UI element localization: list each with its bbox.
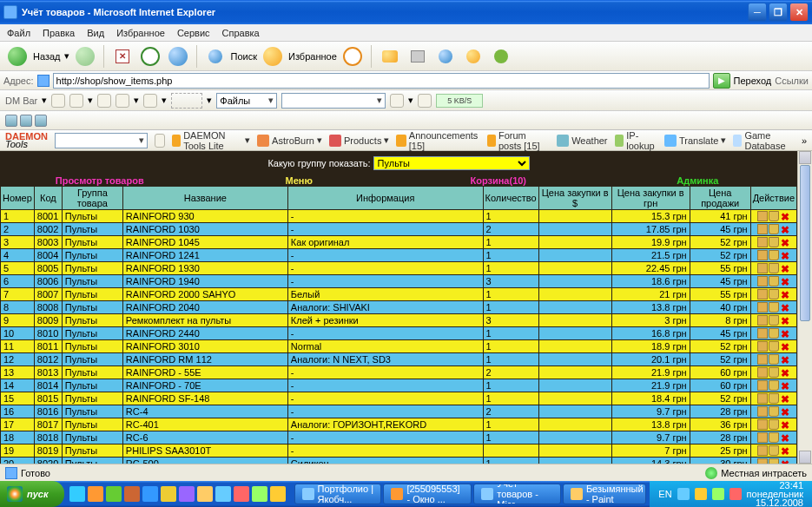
tab-admin[interactable]: Админка	[598, 175, 798, 186]
go-label[interactable]: Переход	[734, 76, 772, 86]
task-1[interactable]: Портфолио | Якобч...	[294, 484, 382, 504]
daemon-weather[interactable]: Weather	[557, 135, 607, 147]
dm-btn-1[interactable]	[51, 94, 65, 108]
ql-12-icon[interactable]	[270, 486, 286, 502]
menu-help[interactable]: Справка	[222, 28, 260, 38]
cart-icon[interactable]	[769, 458, 779, 464]
dm-btn-2[interactable]	[69, 94, 83, 108]
discuss-button[interactable]	[461, 44, 485, 69]
cart-icon[interactable]	[769, 237, 779, 247]
close-button[interactable]: ✕	[789, 3, 809, 22]
mail-button[interactable]	[378, 44, 402, 69]
edit-icon[interactable]	[757, 458, 768, 464]
vertical-scrollbar[interactable]	[797, 151, 812, 464]
delete-icon[interactable]: ✖	[780, 328, 790, 339]
mini-btn-2[interactable]	[20, 115, 32, 127]
delete-icon[interactable]: ✖	[780, 315, 790, 326]
menu-tools[interactable]: Сервис	[177, 28, 210, 38]
dm-combo-2[interactable]	[281, 93, 386, 109]
scroll-down-icon[interactable]	[799, 451, 811, 464]
dm-btn-7[interactable]	[418, 94, 432, 108]
daemon-lite[interactable]: DAEMON Tools Lite▾	[172, 130, 250, 151]
delete-icon[interactable]: ✖	[780, 302, 790, 313]
delete-icon[interactable]: ✖	[780, 224, 790, 234]
delete-icon[interactable]: ✖	[780, 237, 790, 247]
files-combo[interactable]: Файлы	[216, 93, 277, 109]
ql-2-icon[interactable]	[88, 486, 103, 502]
cart-icon[interactable]	[769, 289, 779, 300]
scroll-up-icon[interactable]	[799, 151, 811, 164]
tray-icon-1[interactable]	[677, 488, 690, 500]
cart-icon[interactable]	[769, 419, 779, 430]
ql-7-icon[interactable]	[179, 486, 195, 502]
edit-icon[interactable]	[757, 445, 768, 456]
cart-icon[interactable]	[769, 341, 779, 352]
links-label[interactable]: Ссылки	[775, 76, 809, 86]
address-input[interactable]	[53, 73, 710, 89]
delete-icon[interactable]: ✖	[780, 367, 790, 378]
edit-icon[interactable]	[757, 224, 768, 234]
refresh-button[interactable]	[138, 44, 162, 69]
edit-icon[interactable]	[757, 237, 768, 247]
back-label[interactable]: Назад	[33, 51, 61, 62]
ql-6-icon[interactable]	[161, 486, 176, 502]
edit-icon[interactable]	[757, 289, 768, 300]
delete-icon[interactable]: ✖	[780, 432, 790, 443]
forward-button[interactable]	[73, 44, 97, 69]
delete-icon[interactable]: ✖	[780, 393, 790, 404]
lang-indicator[interactable]: EN	[658, 489, 671, 499]
tab-cart[interactable]: Корзина(10)	[399, 175, 598, 186]
cart-icon[interactable]	[769, 354, 779, 365]
ql-4-icon[interactable]	[124, 486, 140, 502]
maximize-button[interactable]: ❐	[769, 3, 788, 22]
edit-button[interactable]	[433, 44, 458, 69]
tray-icon-4[interactable]	[729, 488, 742, 500]
cart-icon[interactable]	[769, 367, 779, 378]
daemon-search-btn[interactable]	[155, 134, 165, 148]
cart-icon[interactable]	[769, 224, 779, 234]
tab-view[interactable]: Просмотр товаров	[0, 175, 200, 186]
delete-icon[interactable]: ✖	[780, 419, 790, 430]
home-button[interactable]	[166, 44, 190, 69]
menu-favorites[interactable]: Избранное	[116, 28, 165, 38]
tab-menu[interactable]: Меню	[200, 175, 399, 186]
ql-5-icon[interactable]	[142, 486, 158, 502]
delete-icon[interactable]: ✖	[780, 250, 790, 260]
delete-icon[interactable]: ✖	[780, 445, 790, 456]
cart-icon[interactable]	[769, 315, 779, 326]
daemon-announcements[interactable]: Announcements [15]	[396, 130, 480, 151]
scroll-thumb[interactable]	[800, 165, 810, 321]
ql-3-icon[interactable]	[106, 486, 122, 502]
cart-icon[interactable]	[769, 302, 779, 313]
minimize-button[interactable]: ─	[748, 3, 767, 22]
task-3[interactable]: Учёт товаров - Micr...	[473, 484, 561, 504]
delete-icon[interactable]: ✖	[780, 276, 790, 286]
filter-select[interactable]: Пульты	[373, 156, 530, 170]
daemon-products[interactable]: Products▾	[329, 135, 389, 147]
favorites-icon[interactable]	[261, 44, 285, 69]
delete-icon[interactable]: ✖	[780, 289, 790, 300]
delete-icon[interactable]: ✖	[780, 354, 790, 365]
cart-icon[interactable]	[769, 263, 779, 273]
search-icon[interactable]	[203, 44, 228, 69]
ql-9-icon[interactable]	[215, 486, 231, 502]
edit-icon[interactable]	[757, 276, 768, 286]
dm-btn-5[interactable]	[143, 94, 157, 108]
cart-icon[interactable]	[769, 432, 779, 443]
edit-icon[interactable]	[757, 315, 768, 326]
cart-icon[interactable]	[769, 250, 779, 260]
edit-icon[interactable]	[757, 432, 768, 443]
delete-icon[interactable]: ✖	[780, 341, 790, 352]
delete-icon[interactable]: ✖	[780, 211, 790, 221]
search-label[interactable]: Поиск	[231, 51, 257, 62]
menu-view[interactable]: Вид	[87, 28, 104, 38]
dm-btn-3[interactable]	[97, 94, 111, 108]
task-2[interactable]: [255095553] - Окно ...	[383, 484, 472, 504]
task-4[interactable]: Безымянный - Paint	[563, 484, 646, 504]
delete-icon[interactable]: ✖	[780, 380, 790, 391]
cart-icon[interactable]	[769, 211, 779, 221]
ql-10-icon[interactable]	[234, 486, 249, 502]
daemon-translate[interactable]: Translate▾	[664, 135, 726, 147]
history-button[interactable]	[340, 44, 365, 69]
cart-icon[interactable]	[769, 276, 779, 286]
